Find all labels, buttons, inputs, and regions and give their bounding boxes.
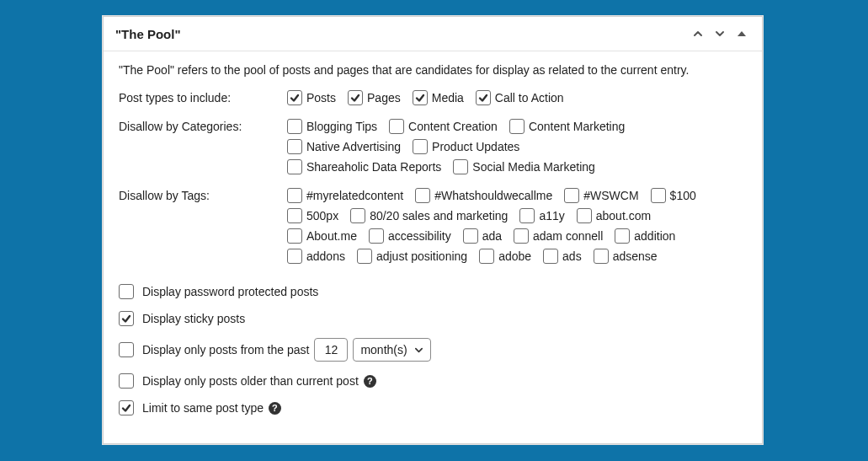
option-sticky: Display sticky posts <box>119 311 747 326</box>
tag-item: accessibility <box>369 228 451 244</box>
tag-label: addition <box>634 229 675 243</box>
toggle-up-icon[interactable] <box>733 25 750 42</box>
panel-title: "The Pool" <box>115 27 684 41</box>
chevron-down-icon <box>414 346 423 355</box>
tag-item: adsense <box>594 249 658 264</box>
option-password-label: Display password protected posts <box>142 285 318 298</box>
category-item: Content Marketing <box>509 119 625 134</box>
tag-checkbox[interactable] <box>564 188 579 203</box>
tag-label: adam connell <box>533 229 603 243</box>
category-item: Blogging Tips <box>287 119 377 134</box>
checkbox-limit[interactable] <box>119 400 134 415</box>
tag-checkbox[interactable] <box>479 249 494 264</box>
category-item: Social Media Marketing <box>453 159 595 174</box>
tag-checkbox[interactable] <box>350 208 365 223</box>
past-unit-label: month(s) <box>360 343 407 356</box>
tag-checkbox[interactable] <box>463 228 478 244</box>
tag-label: #Whatshouldwecallme <box>434 189 552 202</box>
category-checkbox[interactable] <box>389 119 404 134</box>
category-checkbox[interactable] <box>287 159 302 174</box>
checkbox-sticky[interactable] <box>119 311 134 326</box>
category-checkbox[interactable] <box>453 159 468 174</box>
post-type-item: Posts <box>287 90 336 105</box>
category-item: Content Creation <box>389 119 498 134</box>
tag-item: addition <box>615 228 675 244</box>
tag-checkbox[interactable] <box>287 228 302 244</box>
tag-checkbox[interactable] <box>543 249 558 264</box>
row-content-tags: #myrelatedcontent#Whatshouldwecallme#WSW… <box>287 188 747 269</box>
tag-item: #WSWCM <box>564 188 638 203</box>
tag-item: addons <box>287 249 345 264</box>
post-type-label: Posts <box>306 91 336 105</box>
tag-checkbox[interactable] <box>577 208 592 223</box>
category-item: Product Updates <box>413 139 519 154</box>
tag-item: adjust positioning <box>357 249 467 264</box>
panel-header: "The Pool" <box>104 17 762 51</box>
category-label: Content Creation <box>408 120 498 133</box>
tag-checkbox[interactable] <box>369 228 384 244</box>
post-type-label: Media <box>432 91 464 105</box>
expand-down-icon[interactable] <box>711 25 728 42</box>
tag-checkbox[interactable] <box>287 208 302 223</box>
option-past: Display only posts from the past month(s… <box>119 338 747 362</box>
tag-item: About.me <box>287 228 357 244</box>
tag-checkbox[interactable] <box>287 249 302 264</box>
tag-label: ads <box>562 249 582 263</box>
tag-label: addons <box>306 249 345 263</box>
checkbox-past[interactable] <box>119 342 134 357</box>
tag-item: ads <box>543 249 582 264</box>
tag-checkbox[interactable] <box>519 208 535 223</box>
tag-checkbox[interactable] <box>287 188 302 203</box>
tag-item: about.com <box>577 208 651 223</box>
help-icon[interactable]: ? <box>269 402 281 415</box>
tag-label: About.me <box>306 229 357 243</box>
option-limit-label: Limit to same post type <box>142 401 264 415</box>
category-checkbox[interactable] <box>413 139 428 154</box>
tag-checkbox[interactable] <box>651 188 666 203</box>
post-type-checkbox[interactable] <box>413 90 428 105</box>
tag-checkbox[interactable] <box>615 228 630 244</box>
post-type-item: Media <box>413 90 464 105</box>
tag-item: #myrelatedcontent <box>287 188 403 203</box>
category-checkbox[interactable] <box>509 119 525 134</box>
checkbox-password[interactable] <box>119 284 134 299</box>
tag-label: about.com <box>596 209 651 222</box>
svg-marker-0 <box>738 31 746 36</box>
post-type-checkbox[interactable] <box>287 90 302 105</box>
tag-item: a11y <box>519 208 564 223</box>
tag-label: adobe <box>498 249 531 263</box>
past-value-input[interactable] <box>314 338 348 362</box>
tag-item: 500px <box>287 208 338 223</box>
row-content-categories: Blogging TipsContent CreationContent Mar… <box>287 119 747 176</box>
tag-item: #Whatshouldwecallme <box>415 188 552 203</box>
tag-label: 500px <box>306 209 338 222</box>
tag-checkbox[interactable] <box>357 249 372 264</box>
tag-label: accessibility <box>388 229 451 243</box>
past-unit-select[interactable]: month(s) <box>353 338 430 362</box>
collapse-up-icon[interactable] <box>690 25 706 42</box>
category-label: Blogging Tips <box>306 120 377 133</box>
category-checkbox[interactable] <box>287 139 302 154</box>
tag-item: adam connell <box>514 228 603 244</box>
category-label: Native Advertising <box>306 140 401 153</box>
tag-label: 80/20 sales and marketing <box>370 209 508 222</box>
tag-label: a11y <box>539 209 564 222</box>
option-older: Display only posts older than current po… <box>119 373 747 389</box>
row-categories: Disallow by Categories: Blogging TipsCon… <box>119 119 747 176</box>
category-checkbox[interactable] <box>287 119 302 134</box>
tag-checkbox[interactable] <box>415 188 430 203</box>
tag-checkbox[interactable] <box>514 228 529 244</box>
checkbox-older[interactable] <box>119 373 134 389</box>
post-type-checkbox[interactable] <box>348 90 363 105</box>
post-type-checkbox[interactable] <box>476 90 491 105</box>
category-item: Shareaholic Data Reports <box>287 159 441 174</box>
tag-item: $100 <box>651 188 696 203</box>
category-item: Native Advertising <box>287 139 401 154</box>
tag-checkbox[interactable] <box>594 249 609 264</box>
tag-label: adjust positioning <box>376 249 467 263</box>
post-type-item: Call to Action <box>476 90 564 105</box>
help-icon[interactable]: ? <box>364 375 376 388</box>
row-label-post-types: Post types to include: <box>119 90 287 105</box>
option-limit: Limit to same post type ? <box>119 400 747 415</box>
tag-item: 80/20 sales and marketing <box>350 208 508 223</box>
